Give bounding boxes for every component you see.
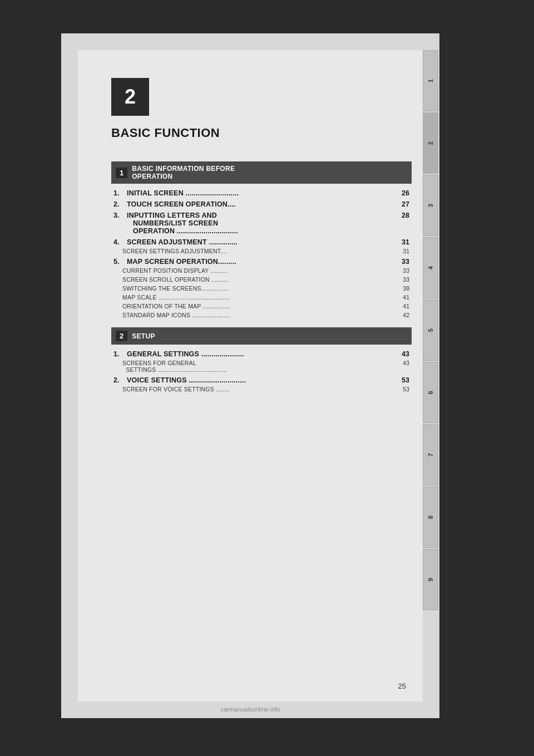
section-1-header: 1 BASIC INFORMATION BEFOREOPERATION	[111, 161, 412, 184]
section-1-title: BASIC INFORMATION BEFOREOPERATION	[132, 165, 235, 180]
tab-8[interactable]: 8	[423, 487, 438, 548]
toc-entry-1: 1. INITIAL SCREEN ......................…	[113, 189, 409, 197]
section-2-title: SETUP	[132, 332, 155, 340]
right-tabs: 1 2 3 4 5 6 7 8 9	[423, 50, 438, 611]
tab-7[interactable]: 7	[423, 424, 438, 485]
toc-entry-3: 3. INPUTTING LETTERS AND NUMBERS/LIST SC…	[113, 212, 409, 235]
toc-entry-5: 5. MAP SCREEN OPERATION......... 33	[113, 258, 409, 266]
section-2-badge: 2	[116, 331, 127, 341]
page-number: 25	[398, 682, 406, 690]
toc-entry-s2-2: 2. VOICE SETTINGS ......................…	[113, 376, 409, 384]
section-2-entries: 1. GENERAL SETTINGS ....................…	[111, 350, 412, 392]
toc-entry-s2-1: 1. GENERAL SETTINGS ....................…	[113, 350, 409, 358]
tab-1[interactable]: 1	[423, 50, 438, 111]
toc-subentry-5-6: STANDARD MAP ICONS .....................…	[113, 312, 409, 318]
tab-5[interactable]: 5	[423, 300, 438, 361]
toc-container: 1 BASIC INFORMATION BEFOREOPERATION 1. I…	[111, 161, 412, 401]
toc-subentry-5-1: CURRENT POSITION DISPLAY .......... 33	[113, 267, 409, 274]
toc-subentry-s2-2-1: SCREEN FOR VOICE SETTINGS ........ 53	[113, 386, 409, 392]
tab-4[interactable]: 4	[423, 237, 438, 298]
tab-9[interactable]: 9	[423, 549, 438, 610]
chapter-title: BASIC FUNCTION	[111, 126, 220, 140]
toc-subentry-5-4: MAP SCALE ..............................…	[113, 294, 409, 301]
page-inner: 2 BASIC FUNCTION 1 BASIC INFORMATION BEF…	[78, 50, 423, 701]
section-1-entries: 1. INITIAL SCREEN ......................…	[111, 189, 412, 318]
tab-2[interactable]: 2	[423, 112, 438, 174]
section-2-header: 2 SETUP	[111, 327, 412, 345]
tab-6[interactable]: 6	[423, 362, 438, 423]
toc-entry-4: 4. SCREEN ADJUSTMENT .............. 31	[113, 238, 409, 246]
tab-3[interactable]: 3	[423, 175, 438, 236]
toc-subentry-5-5: ORIENTATION OF THE MAP ................ …	[113, 303, 409, 310]
section-1-badge: 1	[116, 168, 127, 178]
page-container: 2 BASIC FUNCTION 1 BASIC INFORMATION BEF…	[61, 33, 439, 718]
toc-subentry-5-2: SCREEN SCROLL OPERATION .......... 33	[113, 276, 409, 283]
chapter-box: 2	[111, 78, 149, 116]
toc-subentry-s2-1-1: SCREENS FOR GENERAL SETTINGS ...........…	[113, 360, 409, 373]
toc-subentry-5-3: SWITCHING THE SCREENS................ 38	[113, 285, 409, 292]
toc-entry-2: 2. TOUCH SCREEN OPERATION.... 27	[113, 200, 409, 208]
toc-subentry-4-1: SCREEN SETTINGS ADJUSTMENT.... 31	[113, 248, 409, 254]
chapter-number: 2	[125, 85, 136, 109]
watermark: carmanualsonline.info	[220, 706, 280, 713]
